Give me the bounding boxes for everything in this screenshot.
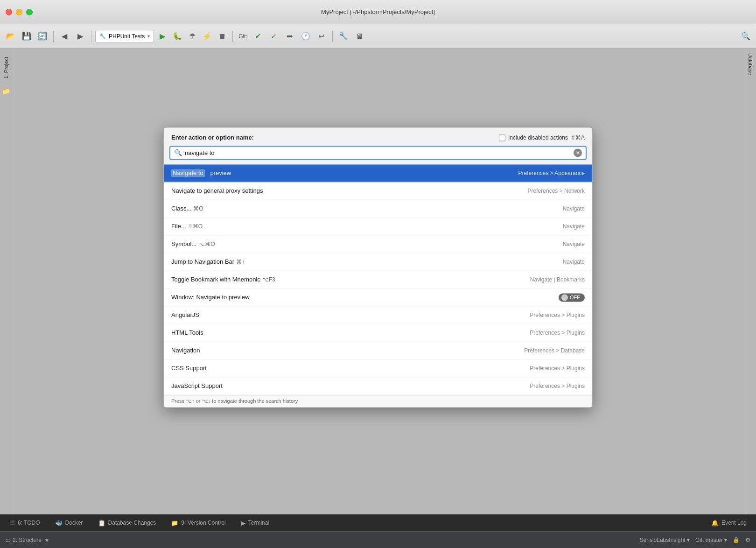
bookmarks-button[interactable]: ★ [44,537,49,543]
include-disabled-label: Include disabled actions [508,134,568,141]
toolbar-sep-3 [232,31,233,42]
result-name: JavaScript Support [171,382,223,389]
git-update-button[interactable]: ✔ [251,30,265,43]
title-bar: MyProject [~/PhpstormProjects/MyProject] [0,0,756,24]
result-category: Preferences > Appearance [518,170,585,176]
result-item-file[interactable]: File... ⇧⌘O Navigate [164,218,592,235]
result-category: Navigate [563,205,585,212]
result-name: Navigate to preview [171,169,231,177]
search-input[interactable] [185,149,571,156]
bottom-bar: ☰ 6: TODO 🐳 Docker 📋 Database Changes 📁 … [0,514,756,531]
todo-label: 6: TODO [18,520,40,526]
run-button[interactable]: ▶ [156,30,169,43]
result-category: Preferences > Database [524,347,585,354]
shortcut: ⌘↑ [236,259,245,265]
db-changes-label: Database Changes [108,520,156,526]
result-category: Navigate [563,241,585,247]
result-item-html-tools[interactable]: HTML Tools Preferences > Plugins [164,324,592,342]
search-clear-button[interactable]: ✕ [574,148,582,157]
tab-event-log[interactable]: 🔔 Event Log [707,518,750,528]
run-config-selector[interactable]: 🔧 PHPUnit Tests ▾ [95,30,154,43]
sensio-button[interactable]: SensioLabsInsight ▾ [640,537,690,543]
result-item-navigate-preview[interactable]: Navigate to preview Preferences > Appear… [164,164,592,182]
result-category: Preferences > Plugins [530,365,585,372]
result-name-suffix: preview [210,169,231,176]
result-category: Preferences > Plugins [530,383,585,389]
git-label: Git: [238,33,247,40]
lock-button[interactable]: 🔒 [733,537,740,543]
project-panel-tab[interactable]: 1: Project [1,52,11,83]
forward-button[interactable]: ▶ [73,30,87,43]
settings-button[interactable]: 🔧 [336,30,350,43]
stop-button[interactable]: ⏹ [216,30,229,43]
status-right: SensioLabsInsight ▾ Git: master ▾ 🔒 ⚙ [640,537,750,543]
database-panel-tab[interactable]: Database [746,49,755,80]
save-button[interactable]: 💾 [20,30,34,43]
toolbar-sep-4 [332,31,333,42]
left-sidebar: 1: Project 📁 [0,49,12,514]
toolbar-sep-2 [91,31,91,42]
results-list: Navigate to preview Preferences > Appear… [164,164,592,395]
star-icon: ★ [44,537,49,543]
result-highlight: Navigate to [171,169,205,177]
git-push-button[interactable]: ➡ [283,30,297,43]
dialog-header: Enter action or option name: Include dis… [164,127,592,146]
settings-status-button[interactable]: ⚙ [745,537,750,543]
result-item-jump-nav[interactable]: Jump to Navigation Bar ⌘↑ Navigate [164,253,592,271]
result-item-window-navigate[interactable]: Window: Navigate to preview OFF [164,288,592,306]
terminal-label: Terminal [248,520,269,526]
event-log-icon: 🔔 [711,520,719,527]
tab-todo[interactable]: ☰ 6: TODO [6,518,44,528]
structure-panel-button[interactable]: ⚏ 2: Structure [6,537,42,543]
shortcut: ⌘O [193,205,203,212]
git-history-button[interactable]: 🕐 [299,30,313,43]
result-name: File... ⇧⌘O [171,223,203,230]
result-item-bookmark[interactable]: Toggle Bookmark with Mnemonic ⌥F3 Naviga… [164,271,592,288]
tab-version-control[interactable]: 📁 9: Version Control [167,518,229,528]
result-item-css[interactable]: CSS Support Preferences > Plugins [164,359,592,377]
content-area: Enter action or option name: Include dis… [12,49,744,514]
result-name: Navigate to general proxy settings [171,187,263,194]
minimize-button[interactable] [16,9,22,15]
result-category: Preferences > Plugins [530,312,585,318]
lock-icon: 🔒 [733,537,740,543]
result-name: Window: Navigate to preview [171,294,250,301]
result-category: Preferences > Network [528,188,585,194]
result-item-javascript[interactable]: JavaScript Support Preferences > Plugins [164,377,592,395]
open-folder-button[interactable]: 📂 [4,30,18,43]
result-name: AngularJS [171,311,199,318]
search-everywhere-button[interactable]: 🔍 [739,30,752,43]
git-rollback-button[interactable]: ↩ [315,30,329,43]
toggle-off-button[interactable]: OFF [559,293,585,302]
close-button[interactable] [6,9,12,15]
debug-button[interactable]: 🐛 [171,30,184,43]
profile-button[interactable]: ⚡ [201,30,214,43]
dialog-title: Enter action or option name: [171,134,254,141]
result-item-class[interactable]: Class... ⌘O Navigate [164,200,592,218]
result-item-angularjs[interactable]: AngularJS Preferences > Plugins [164,306,592,324]
tab-docker[interactable]: 🐳 Docker [51,518,87,528]
coverage-button[interactable]: ☂ [186,30,199,43]
maximize-button[interactable] [26,9,33,15]
result-item-navigation[interactable]: Navigation Preferences > Database [164,342,592,359]
tab-terminal[interactable]: ▶ Terminal [237,518,273,528]
shortcut: ⌥F3 [262,276,275,283]
sync-button[interactable]: 🔄 [35,30,49,43]
search-container: 🔍 ✕ [164,146,592,164]
result-item-proxy[interactable]: Navigate to general proxy settings Prefe… [164,182,592,200]
result-name: Class... ⌘O [171,205,203,212]
search-magnify-icon: 🔍 [174,149,182,156]
folder-icon[interactable]: 📁 [1,86,11,96]
tab-db-changes[interactable]: 📋 Database Changes [94,518,160,528]
include-disabled-checkbox[interactable] [499,134,505,141]
shortcut: ⇧⌘O [188,223,203,230]
remote-button[interactable]: 🖥 [352,30,366,43]
vc-icon: 📁 [171,520,178,527]
back-button[interactable]: ◀ [57,30,71,43]
git-status-label: Git: master ▾ [695,537,727,543]
result-item-symbol[interactable]: Symbol... ⌥⌘O Navigate [164,235,592,253]
result-category: Navigate [563,259,585,265]
git-status-button[interactable]: Git: master ▾ [695,537,727,543]
result-name: Symbol... ⌥⌘O [171,240,215,247]
git-commit-button[interactable]: ✓ [267,30,281,43]
